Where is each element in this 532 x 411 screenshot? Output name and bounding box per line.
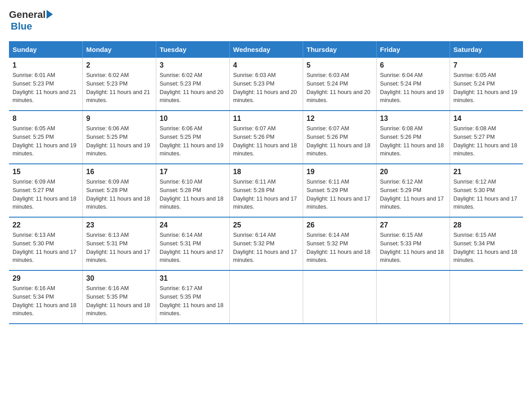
day-number: 22 (13, 221, 79, 229)
day-info: Sunrise: 6:12 AMSunset: 5:29 PMDaylight:… (380, 178, 446, 211)
calendar-week-row: 29 Sunrise: 6:16 AMSunset: 5:34 PMDaylig… (9, 270, 523, 324)
calendar-cell: 8 Sunrise: 6:05 AMSunset: 5:25 PMDayligh… (9, 111, 82, 164)
day-info: Sunrise: 6:16 AMSunset: 5:34 PMDaylight:… (13, 284, 79, 318)
day-info: Sunrise: 6:02 AMSunset: 5:23 PMDaylight:… (160, 71, 226, 105)
day-info: Sunrise: 6:04 AMSunset: 5:24 PMDaylight:… (380, 71, 446, 105)
calendar-body: 1 Sunrise: 6:01 AMSunset: 5:23 PMDayligh… (9, 58, 523, 324)
day-number: 14 (454, 115, 520, 123)
day-info: Sunrise: 6:16 AMSunset: 5:35 PMDaylight:… (86, 284, 152, 318)
day-number: 4 (233, 61, 299, 69)
day-number: 12 (307, 115, 373, 123)
day-info: Sunrise: 6:14 AMSunset: 5:32 PMDaylight:… (233, 231, 299, 265)
calendar-cell: 30 Sunrise: 6:16 AMSunset: 5:35 PMDaylig… (82, 270, 156, 324)
day-info: Sunrise: 6:05 AMSunset: 5:25 PMDaylight:… (13, 124, 79, 158)
day-info: Sunrise: 6:05 AMSunset: 5:24 PMDaylight:… (454, 71, 520, 105)
calendar-cell: 2 Sunrise: 6:02 AMSunset: 5:23 PMDayligh… (82, 58, 156, 111)
calendar-cell: 3 Sunrise: 6:02 AMSunset: 5:23 PMDayligh… (156, 58, 229, 111)
col-tuesday: Tuesday (156, 41, 229, 58)
day-info: Sunrise: 6:03 AMSunset: 5:23 PMDaylight:… (233, 71, 299, 105)
calendar-cell: 18 Sunrise: 6:11 AMSunset: 5:28 PMDaylig… (229, 164, 303, 217)
calendar-cell: 12 Sunrise: 6:07 AMSunset: 5:26 PMDaylig… (303, 111, 376, 164)
calendar-week-row: 22 Sunrise: 6:13 AMSunset: 5:30 PMDaylig… (9, 217, 523, 270)
day-number: 23 (86, 221, 152, 229)
day-number: 31 (160, 274, 226, 283)
day-info: Sunrise: 6:07 AMSunset: 5:26 PMDaylight:… (233, 124, 299, 158)
day-info: Sunrise: 6:14 AMSunset: 5:32 PMDaylight:… (307, 231, 373, 265)
calendar-cell: 16 Sunrise: 6:09 AMSunset: 5:28 PMDaylig… (82, 164, 156, 217)
day-info: Sunrise: 6:09 AMSunset: 5:28 PMDaylight:… (86, 178, 152, 211)
calendar-cell: 14 Sunrise: 6:08 AMSunset: 5:27 PMDaylig… (450, 111, 523, 164)
calendar-cell: 26 Sunrise: 6:14 AMSunset: 5:32 PMDaylig… (303, 217, 376, 270)
col-sunday: Sunday (9, 41, 82, 58)
day-number: 1 (13, 61, 79, 69)
day-info: Sunrise: 6:13 AMSunset: 5:31 PMDaylight:… (86, 231, 152, 265)
calendar-cell: 19 Sunrise: 6:11 AMSunset: 5:29 PMDaylig… (303, 164, 376, 217)
logo-blue-text: Blue (11, 21, 32, 32)
calendar-cell: 7 Sunrise: 6:05 AMSunset: 5:24 PMDayligh… (450, 58, 523, 111)
day-number: 26 (307, 221, 373, 229)
calendar-cell: 1 Sunrise: 6:01 AMSunset: 5:23 PMDayligh… (9, 58, 82, 111)
day-number: 20 (380, 168, 446, 176)
calendar-week-row: 15 Sunrise: 6:09 AMSunset: 5:27 PMDaylig… (9, 164, 523, 217)
calendar-cell: 4 Sunrise: 6:03 AMSunset: 5:23 PMDayligh… (229, 58, 303, 111)
day-info: Sunrise: 6:03 AMSunset: 5:24 PMDaylight:… (307, 71, 373, 105)
calendar-cell (376, 270, 450, 324)
day-number: 30 (86, 274, 152, 283)
calendar-cell: 10 Sunrise: 6:06 AMSunset: 5:25 PMDaylig… (156, 111, 229, 164)
day-number: 8 (13, 115, 79, 123)
calendar-week-row: 1 Sunrise: 6:01 AMSunset: 5:23 PMDayligh… (9, 58, 523, 111)
day-number: 24 (160, 221, 226, 229)
calendar-cell: 5 Sunrise: 6:03 AMSunset: 5:24 PMDayligh… (303, 58, 376, 111)
day-number: 7 (454, 61, 520, 69)
day-info: Sunrise: 6:11 AMSunset: 5:29 PMDaylight:… (307, 178, 373, 211)
day-number: 2 (86, 61, 152, 69)
calendar-cell: 9 Sunrise: 6:06 AMSunset: 5:25 PMDayligh… (82, 111, 156, 164)
col-saturday: Saturday (450, 41, 523, 58)
day-number: 5 (307, 61, 373, 69)
calendar-cell: 29 Sunrise: 6:16 AMSunset: 5:34 PMDaylig… (9, 270, 82, 324)
day-info: Sunrise: 6:14 AMSunset: 5:31 PMDaylight:… (160, 231, 226, 265)
col-wednesday: Wednesday (229, 41, 303, 58)
calendar-cell: 17 Sunrise: 6:10 AMSunset: 5:28 PMDaylig… (156, 164, 229, 217)
calendar-cell: 13 Sunrise: 6:08 AMSunset: 5:26 PMDaylig… (376, 111, 450, 164)
day-info: Sunrise: 6:13 AMSunset: 5:30 PMDaylight:… (13, 231, 79, 265)
calendar-cell: 25 Sunrise: 6:14 AMSunset: 5:32 PMDaylig… (229, 217, 303, 270)
day-number: 28 (454, 221, 520, 229)
day-info: Sunrise: 6:07 AMSunset: 5:26 PMDaylight:… (307, 124, 373, 158)
day-info: Sunrise: 6:06 AMSunset: 5:25 PMDaylight:… (160, 124, 226, 158)
calendar-table: Sunday Monday Tuesday Wednesday Thursday… (9, 41, 523, 324)
day-number: 19 (307, 168, 373, 176)
day-number: 17 (160, 168, 226, 176)
calendar-cell: 20 Sunrise: 6:12 AMSunset: 5:29 PMDaylig… (376, 164, 450, 217)
day-info: Sunrise: 6:10 AMSunset: 5:28 PMDaylight:… (160, 178, 226, 211)
day-info: Sunrise: 6:11 AMSunset: 5:28 PMDaylight:… (233, 178, 299, 211)
calendar-cell: 28 Sunrise: 6:15 AMSunset: 5:34 PMDaylig… (450, 217, 523, 270)
day-info: Sunrise: 6:02 AMSunset: 5:23 PMDaylight:… (86, 71, 152, 105)
calendar-cell: 27 Sunrise: 6:15 AMSunset: 5:33 PMDaylig… (376, 217, 450, 270)
calendar-cell: 24 Sunrise: 6:14 AMSunset: 5:31 PMDaylig… (156, 217, 229, 270)
day-info: Sunrise: 6:12 AMSunset: 5:30 PMDaylight:… (454, 178, 520, 211)
logo-arrow-icon (47, 10, 53, 19)
day-number: 3 (160, 61, 226, 69)
day-number: 9 (86, 115, 152, 123)
calendar-cell: 31 Sunrise: 6:17 AMSunset: 5:35 PMDaylig… (156, 270, 229, 324)
day-number: 25 (233, 221, 299, 229)
day-number: 13 (380, 115, 446, 123)
calendar-cell (303, 270, 376, 324)
day-number: 15 (13, 168, 79, 176)
logo: General Blue (9, 9, 55, 32)
calendar-cell: 22 Sunrise: 6:13 AMSunset: 5:30 PMDaylig… (9, 217, 82, 270)
day-number: 21 (454, 168, 520, 176)
day-info: Sunrise: 6:08 AMSunset: 5:26 PMDaylight:… (380, 124, 446, 158)
calendar-cell: 11 Sunrise: 6:07 AMSunset: 5:26 PMDaylig… (229, 111, 303, 164)
logo-general-text: General (9, 9, 46, 21)
calendar-cell (450, 270, 523, 324)
day-number: 6 (380, 61, 446, 69)
calendar-cell (229, 270, 303, 324)
calendar-week-row: 8 Sunrise: 6:05 AMSunset: 5:25 PMDayligh… (9, 111, 523, 164)
col-friday: Friday (376, 41, 450, 58)
day-info: Sunrise: 6:15 AMSunset: 5:34 PMDaylight:… (454, 231, 520, 265)
day-number: 10 (160, 115, 226, 123)
day-info: Sunrise: 6:17 AMSunset: 5:35 PMDaylight:… (160, 284, 226, 318)
day-number: 16 (86, 168, 152, 176)
